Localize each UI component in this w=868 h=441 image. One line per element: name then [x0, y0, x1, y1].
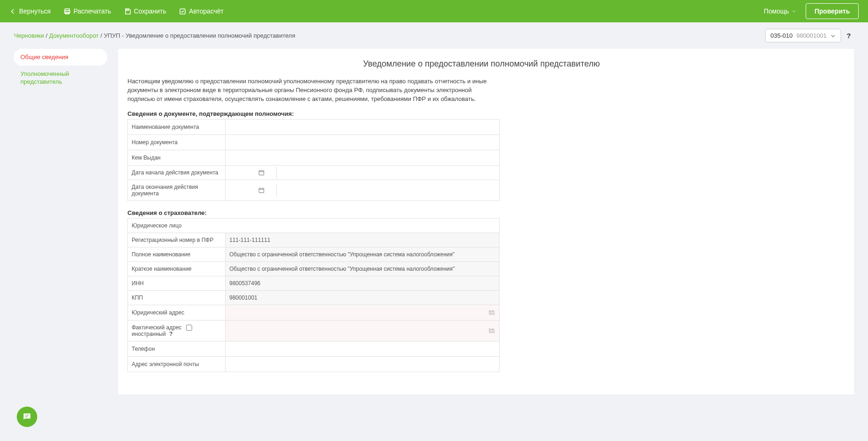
help-label: Помощь [764, 7, 789, 15]
label-doc-name: Наименование документа [128, 119, 226, 134]
chevron-down-icon [830, 33, 836, 39]
label-end-date: Дата окончания действия документа [128, 180, 226, 200]
label-email: Адрес электронной почты [128, 356, 226, 372]
input-issued-by[interactable] [227, 152, 498, 164]
value-reg-num: 111-111-111111 [226, 233, 500, 247]
input-phone[interactable] [227, 343, 498, 355]
value-kpp: 980001001 [226, 290, 500, 305]
topbar-right: Помощь Проверить [764, 3, 859, 19]
map-icon[interactable] [488, 327, 495, 334]
input-doc-number[interactable] [227, 136, 498, 148]
row-phone: Телефон [128, 341, 500, 356]
row-reg-num: Регистрационный номер в ПФР 111-111-1111… [128, 233, 500, 247]
help-icon[interactable]: ? [847, 32, 854, 40]
save-button[interactable]: Сохранить [124, 7, 167, 15]
back-button[interactable]: Вернуться [9, 7, 51, 15]
autocalc-label: Авторасчёт [189, 7, 223, 15]
save-label: Сохранить [134, 7, 167, 15]
row-email: Адрес электронной почты [128, 356, 500, 372]
insurer-section-heading: Сведения о страхователе: [127, 209, 835, 216]
label-kpp: КПП [128, 290, 226, 305]
insurer-section-table: Юридическое лицо Регистрационный номер в… [127, 218, 500, 372]
label-full-name: Полное наименование [128, 247, 226, 261]
subbar: Черновики / Документооборот / УПУП - Уве… [0, 22, 868, 49]
check-button[interactable]: Проверить [806, 3, 859, 19]
input-end-date[interactable] [226, 184, 258, 196]
sidenav-representative[interactable]: Уполномоченный представитель [14, 66, 107, 90]
value-inn: 9800537496 [226, 276, 500, 290]
row-end-date: Дата окончания действия документа [128, 180, 500, 200]
row-start-date: Дата начала действия документа [128, 165, 500, 180]
calendar-icon[interactable] [258, 187, 265, 194]
checkbox-foreign[interactable] [186, 325, 192, 331]
map-icon[interactable] [488, 309, 495, 316]
row-inn: ИНН 9800537496 [128, 276, 500, 290]
input-email[interactable] [227, 358, 498, 370]
label-short-name: Краткое наименование [128, 261, 226, 276]
sidenav-general[interactable]: Общие сведения [14, 49, 107, 66]
row-doc-name: Наименование документа [128, 119, 500, 134]
row-issued-by: Кем Выдан [128, 150, 500, 165]
autocalc-button[interactable]: Авторасчёт [179, 7, 223, 15]
printer-icon [64, 8, 71, 15]
label-reg-num: Регистрационный номер в ПФР [128, 233, 226, 247]
org-select[interactable]: 035-010 980001001 [765, 29, 841, 42]
breadcrumb: Черновики / Документооборот / УПУП - Уве… [14, 32, 295, 39]
label-legal-addr: Юридический адрес [128, 305, 226, 320]
row-legal-addr: Юридический адрес [128, 305, 500, 320]
svg-rect-3 [126, 9, 128, 10]
doc-section-table: Наименование документа Номер документа К… [127, 119, 500, 201]
input-start-date[interactable] [226, 167, 258, 179]
input-doc-name[interactable] [227, 121, 498, 133]
entity-type: Юридическое лицо [128, 218, 500, 233]
sidenav: Общие сведения Уполномоченный представит… [14, 49, 107, 90]
label-phone: Телефон [128, 341, 226, 356]
topbar-left: Вернуться Распечатать Сохранить Авторасч… [9, 7, 224, 15]
label-inn: ИНН [128, 276, 226, 290]
doc-section-heading: Сведения о документе, подтверждающем пол… [127, 110, 835, 117]
row-full-name: Полное наименование Общество с ограничен… [128, 247, 500, 261]
page-title: Уведомление о предоставлении полномочий … [127, 59, 835, 69]
label-issued-by: Кем Выдан [128, 150, 226, 165]
label-actual-addr: Фактический адрес иностранный ? [128, 320, 226, 341]
help-icon[interactable]: ? [169, 331, 173, 337]
print-button[interactable]: Распечатать [64, 7, 111, 15]
value-short-name: Общество с ограниченной ответственностью… [226, 261, 500, 276]
back-label: Вернуться [19, 7, 51, 15]
row-doc-number: Номер документа [128, 134, 500, 150]
content-panel: Уведомление о предоставлении полномочий … [118, 49, 854, 394]
input-legal-addr[interactable] [227, 307, 488, 319]
check-square-icon [179, 8, 186, 15]
input-actual-addr[interactable] [227, 325, 488, 337]
org-code: 035-010 [770, 32, 793, 39]
row-short-name: Краткое наименование Общество с ограниче… [128, 261, 500, 276]
svg-rect-6 [259, 188, 264, 193]
svg-rect-5 [259, 170, 264, 175]
row-entity-type: Юридическое лицо [128, 218, 500, 233]
label-start-date: Дата начала действия документа [128, 165, 226, 180]
row-kpp: КПП 980001001 [128, 290, 500, 305]
breadcrumb-docflow[interactable]: Документооборот [49, 32, 99, 39]
breadcrumb-current: УПУП - Уведомление о предоставлении полн… [104, 32, 295, 39]
label-foreign: иностранный [132, 331, 166, 337]
chevron-down-icon [792, 9, 796, 13]
page-intro: Настоящим уведомляю о предоставлении пол… [127, 77, 500, 104]
value-full-name: Общество с ограниченной ответственностью… [226, 247, 500, 261]
breadcrumb-drafts[interactable]: Черновики [14, 32, 44, 39]
print-label: Распечатать [73, 7, 111, 15]
org-sub: 980001001 [796, 32, 827, 39]
row-actual-addr: Фактический адрес иностранный ? [128, 320, 500, 341]
save-icon [124, 8, 131, 15]
chat-icon [22, 412, 32, 413]
chevron-left-icon [9, 8, 16, 15]
calendar-icon[interactable] [258, 169, 265, 176]
help-dropdown[interactable]: Помощь [764, 7, 796, 15]
topbar: Вернуться Распечатать Сохранить Авторасч… [0, 0, 868, 22]
label-doc-number: Номер документа [128, 134, 226, 150]
